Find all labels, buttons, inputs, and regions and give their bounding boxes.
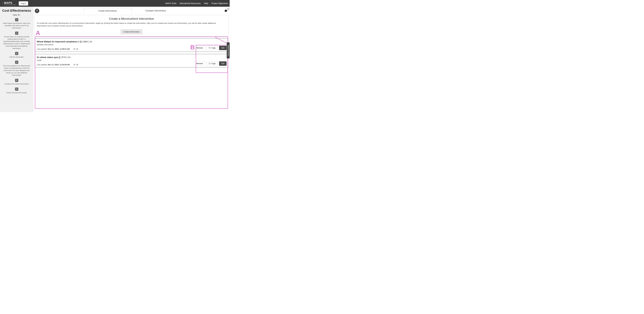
howto-label: How To: [0,14,33,16]
step-3: 3Edit the intervention [0,52,33,58]
remove-button[interactable]: Remove [194,46,205,50]
remove-button[interactable]: Remove [194,61,205,66]
copy-icon [209,47,210,49]
step-6: 6Export and share the results [0,88,33,94]
wheat-icon [2,1,3,5]
step-4: 4Once the predicted cost, effectiveness … [0,61,33,76]
login-button[interactable]: Log in [19,1,28,5]
interventions-list: Wheat Malawi Zn improved compliance 1 ()… [34,38,228,67]
svg-rect-1 [209,47,210,49]
logo[interactable]: MAPS www.micronutrient.support [2,1,16,5]
tabs: Create Interventions Compare Interventio… [39,8,224,13]
main-nav: MAPS Tools Educational Resources Help Pr… [165,2,228,4]
intervention-title: Zn wheat status quo () | ETH | Zn [37,56,226,58]
intervention-subtitle: model [37,59,226,61]
intervention-card: Wheat Malawi Zn improved compliance 1 ()… [34,38,228,52]
intervention-card: Zn wheat status quo () | ETH | Zn model … [34,54,228,67]
submit-feedback-tab[interactable]: Submit Feedback [227,42,230,58]
edit-button[interactable]: Edit [219,46,226,50]
step-5: 5Compare and review interventions [0,79,33,85]
main-content: ? Create Interventions Compare Intervent… [33,7,230,112]
app-header: MAPS www.micronutrient.support Log in MA… [0,0,230,7]
step-badge: 5 [15,79,18,82]
intervention-actions: Remove Copy Edit [194,46,226,50]
nav-help[interactable]: Help [204,2,208,4]
tab-create-interventions[interactable]: Create Interventions [84,8,132,14]
intervention-title: Wheat Malawi Zn improved compliance 1 ()… [37,40,226,43]
logo-subtext: www.micronutrient.support [4,4,16,5]
tab-compare-interventions[interactable]: Compare Interventions [132,8,180,13]
basket-icon[interactable]: 2 [224,9,228,13]
panel-description: To model the cost and/or effectiveness o… [37,22,226,27]
step-2: 2Choose either an existing (currently im… [0,31,33,50]
step-badge: 4 [15,61,18,64]
basket-count-badge: 2 [227,8,229,10]
create-panel: Create a Micronutrient Intervention To m… [34,15,228,36]
tabs-row: ? Create Interventions Compare Intervent… [33,7,230,15]
step-badge: 2 [15,31,18,35]
step-1: 1Select target micronutrient, nation and… [0,18,33,29]
step-badge: 6 [15,88,18,91]
svg-rect-3 [209,63,210,64]
intervention-actions: Remove Copy Edit [194,61,226,66]
logo-text: MAPS [4,1,16,4]
create-intervention-button[interactable]: Create intervention [120,29,142,34]
edit-button[interactable]: Edit [219,61,226,66]
copy-button[interactable]: Copy [206,46,218,50]
nav-educational-resources[interactable]: Educational Resources [180,2,201,4]
step-badge: 1 [15,18,18,21]
nav-project-objectives[interactable]: Project Objectives [211,2,228,4]
intervention-subtitle: Modelled intervention. [37,44,226,46]
panel-title: Create a Micronutrient Intervention [37,17,226,20]
nav-maps-tools[interactable]: MAPS Tools [165,2,176,4]
help-icon[interactable]: ? [35,9,39,13]
step-badge: 3 [15,52,18,55]
copy-icon [209,63,210,64]
copy-button[interactable]: Copy [206,61,218,66]
sidebar: Cost Effectiveness How To: 1Select targe… [0,7,33,112]
page-title: Cost Effectiveness [0,9,33,12]
